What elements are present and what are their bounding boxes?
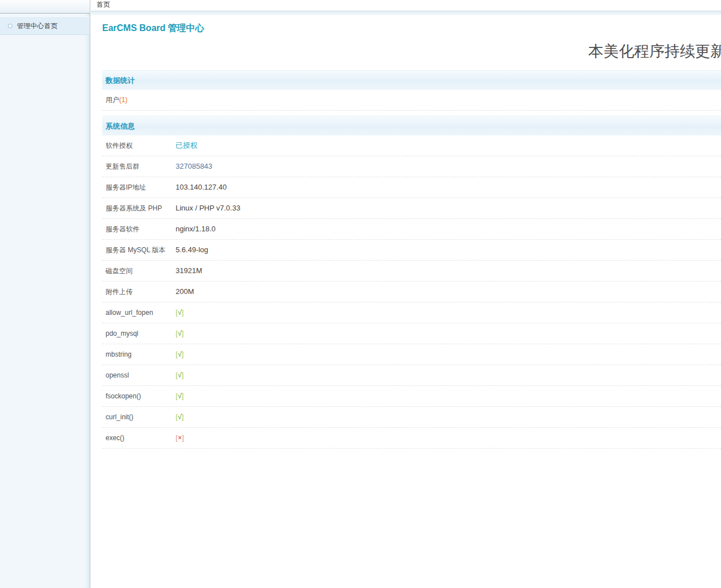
check-glyph: √ bbox=[178, 413, 182, 421]
sidebar: 管理中心首页 bbox=[0, 0, 90, 588]
row-label: 磁盘空间 bbox=[102, 261, 176, 281]
main-area: 首页 EarCMS Board 管理中心 本美化程序持续更新 数据统计 用户(1… bbox=[91, 0, 721, 588]
check-glyph: √ bbox=[178, 371, 182, 379]
row-label: openssl bbox=[102, 365, 176, 385]
section-header-stats: 数据统计 bbox=[102, 70, 721, 90]
stats-user-label: 用户(1) bbox=[102, 90, 128, 110]
row-value: 已授权 bbox=[176, 135, 198, 156]
sidebar-item-admin-home[interactable]: 管理中心首页 bbox=[0, 16, 90, 35]
table-row: 软件授权 已授权 bbox=[102, 135, 721, 156]
row-value: nginx/1.18.0 bbox=[176, 219, 216, 239]
stats-user-text: 用户 bbox=[106, 96, 119, 104]
sidebar-item-label: 管理中心首页 bbox=[17, 17, 58, 35]
row-value: 327085843 bbox=[176, 156, 212, 177]
row-label: pdo_mysql bbox=[102, 323, 176, 344]
bullet-circle-icon bbox=[8, 24, 12, 28]
stats-user-count[interactable]: (1) bbox=[119, 96, 128, 104]
bracket-right: ] bbox=[182, 329, 184, 337]
tab-bar-separator bbox=[91, 11, 721, 15]
qq-group-link[interactable]: 327085843 bbox=[176, 162, 212, 170]
table-row: pdo_mysql [√] bbox=[102, 323, 721, 344]
check-mark-icon: [√] bbox=[176, 365, 183, 385]
table-row: 附件上传 200M bbox=[102, 282, 721, 302]
check-mark-icon: [√] bbox=[176, 302, 183, 323]
bracket-right: ] bbox=[182, 371, 184, 379]
check-glyph: √ bbox=[178, 329, 182, 337]
table-row: 服务器IP地址 103.140.127.40 bbox=[102, 177, 721, 198]
table-row: fsockopen() [√] bbox=[102, 386, 721, 407]
bracket-right: ] bbox=[182, 433, 184, 442]
tab-home[interactable]: 首页 bbox=[91, 0, 110, 9]
row-label: curl_init() bbox=[102, 407, 176, 427]
table-row: 服务器软件 nginx/1.18.0 bbox=[102, 219, 721, 240]
table-row: 服务器 MySQL 版本 5.6.49-log bbox=[102, 240, 721, 261]
check-mark-icon: [√] bbox=[176, 386, 183, 406]
row-label: 附件上传 bbox=[102, 282, 176, 302]
bracket-right: ] bbox=[182, 350, 184, 358]
check-mark-icon: [√] bbox=[176, 344, 183, 365]
check-glyph: √ bbox=[178, 392, 182, 400]
table-row: 服务器系统及 PHP Linux / PHP v7.0.33 bbox=[102, 198, 721, 219]
content: EarCMS Board 管理中心 本美化程序持续更新 数据统计 用户(1) 系… bbox=[91, 23, 721, 449]
license-status-link[interactable]: 已授权 bbox=[176, 141, 198, 150]
row-label: fsockopen() bbox=[102, 386, 176, 406]
row-label: 更新售后群 bbox=[102, 156, 176, 177]
bracket-right: ] bbox=[182, 392, 184, 400]
table-row: openssl [√] bbox=[102, 365, 721, 386]
check-mark-icon: [√] bbox=[176, 323, 183, 344]
table-row: allow_url_fopen [√] bbox=[102, 302, 721, 323]
table-row: 更新售后群 327085843 bbox=[102, 156, 721, 177]
sidebar-header bbox=[0, 0, 90, 14]
row-label: mbstring bbox=[102, 344, 176, 365]
table-row: mbstring [√] bbox=[102, 344, 721, 365]
row-value: Linux / PHP v7.0.33 bbox=[176, 198, 241, 218]
check-glyph: √ bbox=[178, 308, 182, 317]
row-label: exec() bbox=[102, 428, 176, 448]
section-header-sysinfo: 系统信息 bbox=[102, 116, 721, 135]
check-glyph: √ bbox=[178, 350, 182, 358]
marquee-text: 本美化程序持续更新 bbox=[588, 41, 721, 62]
row-label: 服务器软件 bbox=[102, 219, 176, 239]
admin-page: 管理中心首页 首页 EarCMS Board 管理中心 本美化程序持续更新 数据… bbox=[0, 0, 721, 588]
row-value: 103.140.127.40 bbox=[176, 177, 226, 198]
announcement-marquee: 本美化程序持续更新 bbox=[102, 40, 721, 65]
row-value: 5.6.49-log bbox=[176, 240, 208, 260]
stats-row: 用户(1) bbox=[102, 90, 721, 111]
row-label: 服务器 MySQL 版本 bbox=[102, 240, 176, 260]
table-row: exec() [×] bbox=[102, 428, 721, 449]
bracket-right: ] bbox=[182, 413, 184, 421]
row-value: 200M bbox=[176, 282, 194, 302]
cross-mark-icon: [×] bbox=[176, 428, 184, 448]
row-value: 31921M bbox=[176, 261, 202, 281]
check-mark-icon: [√] bbox=[176, 407, 183, 427]
system-info-table: 软件授权 已授权 更新售后群 327085843 服务器IP地址 103.140… bbox=[102, 135, 721, 449]
row-label: 服务器IP地址 bbox=[102, 177, 176, 198]
page-title[interactable]: EarCMS Board 管理中心 bbox=[102, 23, 721, 34]
row-label: 服务器系统及 PHP bbox=[102, 198, 176, 218]
tab-bar: 首页 bbox=[91, 0, 721, 11]
table-row: curl_init() [√] bbox=[102, 407, 721, 428]
table-row: 磁盘空间 31921M bbox=[102, 261, 721, 282]
bracket-right: ] bbox=[182, 308, 184, 317]
row-label: 软件授权 bbox=[102, 135, 176, 156]
row-label: allow_url_fopen bbox=[102, 302, 176, 323]
